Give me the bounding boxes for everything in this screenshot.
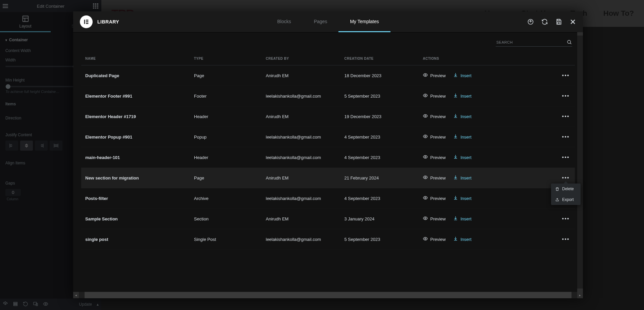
library-header-actions: [524, 15, 583, 29]
eye-icon: [423, 195, 428, 201]
insert-action[interactable]: Insert: [453, 236, 472, 242]
download-icon: [453, 113, 458, 119]
preview-action[interactable]: Preview: [423, 154, 446, 160]
ctx-export[interactable]: Export: [551, 194, 581, 205]
preview-action[interactable]: Preview: [423, 113, 446, 119]
insert-action[interactable]: Insert: [453, 72, 472, 79]
preview-action[interactable]: Preview: [423, 134, 446, 140]
col-created-by[interactable]: CREATED BY: [262, 52, 340, 65]
more-actions-icon[interactable]: •••: [561, 175, 571, 181]
upload-template-icon[interactable]: [524, 15, 537, 29]
svg-rect-43: [558, 22, 560, 24]
cell-actions: Preview Insert •••: [419, 209, 575, 229]
insert-action[interactable]: Insert: [453, 216, 472, 222]
svg-point-58: [425, 177, 426, 178]
cell-creation-date: 4 September 2023: [340, 127, 419, 147]
svg-point-50: [425, 95, 426, 96]
library-header: LIBRARY BlocksPagesMy Templates: [73, 11, 583, 33]
cell-actions: Preview Insert •••: [419, 106, 575, 127]
cell-type: Single Post: [190, 229, 262, 250]
eye-icon: [423, 236, 428, 242]
svg-rect-37: [86, 20, 88, 21]
eye-icon: [423, 216, 428, 222]
insert-action[interactable]: Insert: [453, 93, 472, 99]
more-actions-icon[interactable]: •••: [561, 93, 571, 99]
insert-action[interactable]: Insert: [453, 113, 472, 119]
cell-type: Archive: [190, 188, 262, 209]
svg-rect-42: [558, 19, 560, 21]
preview-action[interactable]: Preview: [423, 175, 446, 181]
more-actions-icon[interactable]: •••: [561, 154, 571, 160]
more-actions-icon[interactable]: •••: [561, 72, 571, 79]
templates-table: NAME TYPE CREATED BY CREATION DATE ACTIO…: [81, 52, 575, 250]
cell-actions: Preview Insert •••: [419, 127, 575, 147]
cell-creation-date: 19 December 2023: [340, 106, 419, 127]
more-actions-icon[interactable]: •••: [561, 113, 571, 119]
cell-created-by: leelakishankolla@gmail.com: [262, 147, 340, 168]
preview-action[interactable]: Preview: [423, 216, 446, 222]
download-icon: [453, 236, 458, 242]
more-actions-icon[interactable]: •••: [561, 216, 571, 222]
preview-action[interactable]: Preview: [423, 72, 446, 79]
library-tab[interactable]: My Templates: [339, 11, 390, 32]
search-icon[interactable]: [567, 40, 572, 45]
preview-action[interactable]: Preview: [423, 236, 446, 242]
elementor-logo-icon: [80, 15, 93, 28]
table-row: single postSingle Postleelakishankolla@g…: [81, 229, 575, 250]
cell-creation-date: 4 September 2023: [340, 188, 419, 209]
insert-action[interactable]: Insert: [453, 195, 472, 201]
cell-creation-date: 5 September 2023: [340, 229, 419, 250]
cell-name: New section for migration: [81, 168, 190, 188]
cell-created-by: leelakishankolla@gmail.com: [262, 188, 340, 209]
cell-name: single post: [81, 229, 190, 250]
search-input[interactable]: [496, 38, 567, 46]
insert-action[interactable]: Insert: [453, 154, 472, 160]
ctx-delete[interactable]: Delete: [551, 184, 581, 194]
cell-created-by: leelakishankolla@gmail.com: [262, 86, 340, 106]
library-tabs: BlocksPagesMy Templates: [266, 11, 390, 32]
download-icon: [453, 93, 458, 99]
preview-action[interactable]: Preview: [423, 93, 446, 99]
cell-type: Header: [190, 147, 262, 168]
svg-point-48: [425, 74, 426, 76]
library-tab[interactable]: Pages: [302, 11, 339, 32]
modal-vertical-scrollbar[interactable]: [577, 32, 583, 292]
col-type[interactable]: TYPE: [190, 52, 262, 65]
svg-point-62: [425, 218, 426, 219]
more-actions-icon[interactable]: •••: [561, 236, 571, 242]
cell-actions: Preview Insert •••: [419, 147, 575, 168]
cell-created-by: leelakishankolla@gmail.com: [262, 127, 340, 147]
insert-action[interactable]: Insert: [453, 134, 472, 140]
preview-action[interactable]: Preview: [423, 195, 446, 201]
cell-creation-date: 3 January 2024: [340, 209, 419, 229]
sync-icon[interactable]: [538, 15, 551, 29]
col-creation-date[interactable]: CREATION DATE: [340, 52, 419, 65]
more-actions-icon[interactable]: •••: [561, 134, 571, 140]
cell-actions: Preview Insert •••: [419, 86, 575, 106]
close-icon[interactable]: [566, 15, 580, 29]
cell-name: main-header-101: [81, 147, 190, 168]
library-modal: LIBRARY BlocksPagesMy Templates: [73, 11, 583, 298]
cell-name: Elementor Footer #991: [81, 86, 190, 106]
cell-type: Popup: [190, 127, 262, 147]
library-tab[interactable]: Blocks: [266, 11, 302, 32]
cell-created-by: Anirudh EM: [262, 106, 340, 127]
modal-horizontal-scrollbar[interactable]: ◂▸: [73, 292, 583, 298]
svg-point-60: [425, 197, 426, 199]
table-row: main-header-101Headerleelakishankolla@gm…: [81, 147, 575, 168]
cell-type: Page: [190, 168, 262, 188]
eye-icon: [423, 72, 428, 79]
cell-type: Section: [190, 209, 262, 229]
table-row: Posts-filterArchiveleelakishankolla@gmai…: [81, 188, 575, 209]
cell-creation-date: 21 February 2024: [340, 168, 419, 188]
download-icon: [453, 195, 458, 201]
save-icon[interactable]: [552, 15, 565, 29]
insert-action[interactable]: Insert: [453, 175, 472, 181]
download-icon: [453, 175, 458, 181]
row-context-menu: Delete Export: [551, 184, 581, 205]
svg-line-47: [570, 43, 571, 44]
download-icon: [453, 134, 458, 140]
download-icon: [453, 216, 458, 222]
svg-point-54: [425, 136, 426, 137]
col-name[interactable]: NAME: [81, 52, 190, 65]
